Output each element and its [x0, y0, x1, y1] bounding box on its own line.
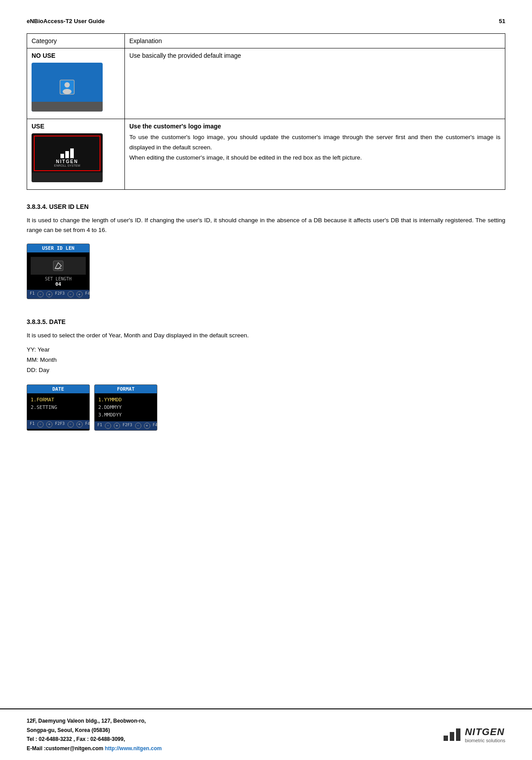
device-bar-use: [32, 172, 103, 182]
table-header-explanation: Explanation: [125, 34, 505, 48]
d2-f1: F1: [97, 423, 102, 429]
d1-plus-2[interactable]: +: [76, 421, 83, 428]
date-screen-1-inner: DATE 1.FORMAT 2.SETTING F1 - + F2 F3 - +…: [27, 385, 89, 429]
date-screen-2-title: FORMAT: [95, 385, 157, 393]
d1-f1: F1: [30, 421, 35, 428]
f4-label: F4: [85, 291, 90, 297]
explanation-use: Use the customer's logo image To use the…: [125, 119, 505, 190]
minus-btn-1[interactable]: -: [37, 291, 44, 297]
footer-address: 12F, Daemyung Valeon bldg., 127, Beobwon…: [27, 716, 162, 753]
d2-plus-2[interactable]: +: [144, 423, 150, 429]
svg-point-2: [63, 89, 72, 94]
date-screens-container: DATE 1.FORMAT 2.SETTING F1 - + F2 F3 - +…: [27, 380, 505, 438]
category-label-no-use: NO USE: [32, 52, 120, 59]
section-user-id-len-heading: 3.8.3.4. USER ID LEN: [27, 203, 505, 210]
date-screen-1-title: DATE: [27, 385, 89, 393]
footer-nitgen-text: NITGEN: [465, 726, 505, 738]
footer-bar3: [456, 728, 460, 741]
device-mockup-no-use: [32, 63, 103, 112]
plus-btn-1[interactable]: +: [46, 291, 52, 297]
d2-plus-1[interactable]: +: [114, 423, 120, 429]
d1-f2: F2: [55, 421, 60, 428]
section-date-heading: 3.8.3.5. DATE: [27, 318, 505, 325]
user-id-len-screen: USER ID LEN SET LENGTH 04 F1 - + F2 F3: [27, 244, 90, 299]
f1-label: F1: [30, 291, 35, 297]
edit-icon-area: [31, 257, 86, 275]
user-id-len-screen-inner: USER ID LEN SET LENGTH 04 F1 - + F2 F3: [27, 244, 89, 299]
footer-bio-text: biometric solutions: [465, 738, 505, 743]
f2-label: F2: [55, 291, 60, 297]
f3-label: F3: [60, 291, 65, 297]
category-use: USE NITGEN ENROLL SYSTEM: [27, 119, 125, 190]
d2-f3: F3: [128, 423, 132, 429]
minus-btn-2[interactable]: -: [68, 291, 74, 297]
explanation-no-use: Use basically the provided default image: [125, 48, 505, 119]
device-mockup-use: NITGEN ENROLL SYSTEM: [32, 133, 103, 182]
d2-minus-1[interactable]: -: [105, 423, 111, 429]
date2-footer-row-1: F1 - + F2: [97, 423, 128, 429]
date-screen-2: FORMAT 1.YYMMDD 2.DDMMYY 3.MMDDYY F1 - +…: [94, 384, 157, 431]
footer-line1: 12F, Daemyung Valeon bldg., 127, Beobwon…: [27, 716, 162, 725]
section-date-para: It is used to select the order of Year, …: [27, 331, 505, 340]
d1-f3: F3: [60, 421, 65, 428]
footer-row-1: F1 - + F2: [30, 291, 60, 297]
svg-point-1: [64, 82, 70, 88]
category-table: Category Explanation NO USE: [27, 33, 505, 190]
user-id-len-title: USER ID LEN: [27, 244, 89, 252]
footer-line3: Tel : 02-6488-3232 , Fax : 02-6488-3099,: [27, 735, 162, 744]
footer-email-prefix: E-Mail :customer@nitgen.com: [27, 745, 105, 752]
date-screen-2-body: 1.YYMMDD 2.DDMMYY 3.MMDDYY: [95, 393, 157, 421]
date-footer-row-1: F1 - + F2: [30, 421, 60, 428]
category-label-use: USE: [32, 123, 120, 130]
date-item-1: 1.FORMAT: [31, 396, 86, 404]
date-screen-1: DATE 1.FORMAT 2.SETTING F1 - + F2 F3 - +…: [27, 384, 90, 431]
table-row-no-use: NO USE Use basically the provided defaul…: [27, 48, 505, 119]
person-icon: [59, 79, 75, 95]
page-footer: 12F, Daemyung Valeon bldg., 127, Beobwon…: [0, 708, 532, 760]
date-screen-1-footer: F1 - + F2 F3 - + F4: [27, 420, 89, 429]
page-number: 51: [499, 18, 505, 24]
page-header: eNBioAccess-T2 User Guide 51: [27, 18, 505, 24]
dd-item: DD: Day: [27, 365, 505, 376]
footer-line4: E-Mail :customer@nitgen.com http://www.n…: [27, 744, 162, 753]
doc-title: eNBioAccess-T2 User Guide: [27, 18, 105, 24]
d2-minus-2[interactable]: -: [135, 423, 141, 429]
set-length-label: SET LENGTH: [31, 276, 86, 281]
date-item-2: 2.SETTING: [31, 404, 86, 411]
set-length-value: 04: [31, 281, 86, 287]
format-item-1: 1.YYMMDD: [98, 396, 153, 404]
footer-brand: NITGEN biometric solutions: [465, 726, 505, 743]
user-id-len-body: SET LENGTH 04: [27, 252, 89, 290]
footer-bar1: [444, 736, 448, 741]
explanation-use-main: Use the customer's logo image: [129, 123, 500, 130]
table-header-category: Category: [27, 34, 125, 48]
d1-f4: F4: [85, 421, 90, 428]
format-item-2: 2.DDMMYY: [98, 404, 153, 411]
explanation-use-detail: To use the customer's logo image, you sh…: [129, 132, 500, 163]
plus-btn-2[interactable]: +: [76, 291, 83, 297]
footer-logo-area: NITGEN biometric solutions: [444, 726, 505, 743]
footer-link[interactable]: http://www.nitgen.com: [105, 745, 162, 752]
red-outline: [34, 136, 100, 171]
date-footer-row-2: F3 - + F4: [60, 421, 90, 428]
date2-footer-row-2: F3 - + F4: [128, 423, 157, 429]
category-no-use: NO USE: [27, 48, 125, 119]
footer-line2: Songpa-gu, Seoul, Korea (05836): [27, 726, 162, 735]
user-id-len-footer: F1 - + F2 F3 - + F4: [27, 290, 89, 299]
d1-minus-1[interactable]: -: [37, 421, 44, 428]
date-screen-2-inner: FORMAT 1.YYMMDD 2.DDMMYY 3.MMDDYY F1 - +…: [95, 385, 157, 430]
date-items: YY: Year MM: Month DD: Day: [27, 345, 505, 376]
footer-logo-bars: [444, 728, 460, 741]
mm-item: MM: Month: [27, 355, 505, 365]
footer-bar2: [450, 732, 454, 741]
table-row-use: USE NITGEN ENROLL SYSTEM: [27, 119, 505, 190]
d1-plus-1[interactable]: +: [46, 421, 52, 428]
section-user-id-len-para: It is used to change the length of user'…: [27, 216, 505, 235]
date-screen-1-body: 1.FORMAT 2.SETTING: [27, 393, 89, 420]
date-screen-2-footer: F1 - + F2 F3 - + F4: [95, 421, 157, 430]
device-bar-bottom-no-use: [32, 102, 103, 112]
d2-f2: F2: [123, 423, 128, 429]
format-item-3: 3.MMDDYY: [98, 411, 153, 419]
yy-item: YY: Year: [27, 345, 505, 355]
d1-minus-2[interactable]: -: [68, 421, 74, 428]
